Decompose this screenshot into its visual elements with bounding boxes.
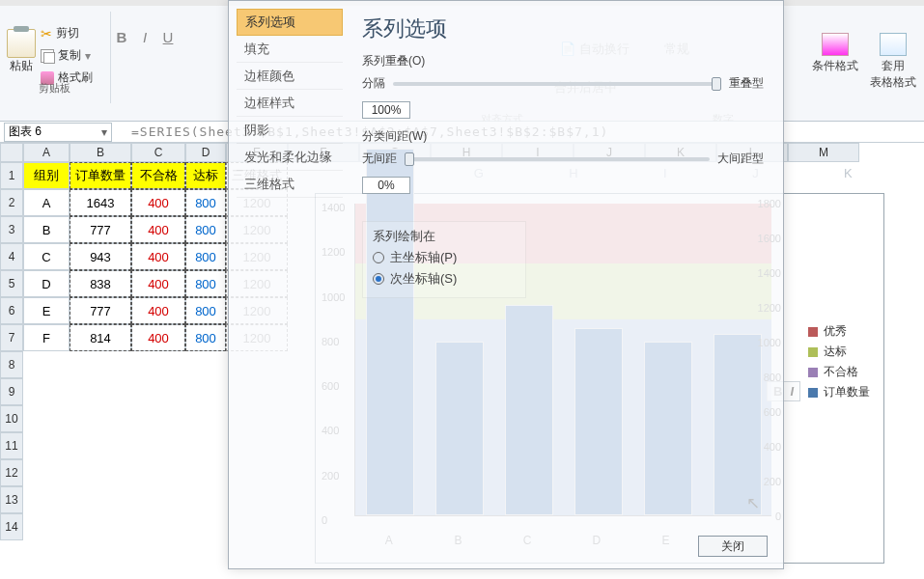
table-header-cell[interactable]: 订单数量 — [70, 162, 131, 189]
select-all-corner[interactable] — [0, 143, 23, 162]
primary-axis-radio[interactable]: 主坐标轴(P) — [373, 249, 516, 266]
table-cell[interactable]: 800 — [185, 270, 226, 297]
table-cell[interactable]: D — [23, 270, 70, 297]
table-cell[interactable]: E — [23, 297, 70, 324]
dialog-title: 系列选项 — [362, 14, 764, 43]
table-cell[interactable]: 800 — [185, 297, 226, 324]
row-header[interactable]: 10 — [0, 405, 23, 432]
legend-item: 不合格 — [808, 364, 870, 380]
row-header[interactable]: 2 — [0, 189, 23, 216]
gap-width-slider[interactable] — [405, 157, 710, 161]
table-cell[interactable]: 814 — [70, 324, 131, 351]
table-cell[interactable]: 777 — [70, 297, 131, 324]
legend-item: 达标 — [808, 344, 870, 360]
scissors-icon: ✂ — [41, 26, 52, 41]
paste-label: 粘贴 — [4, 58, 39, 74]
close-button[interactable]: 关闭 — [698, 536, 768, 557]
series-overlap-label: 系列重叠(O) — [362, 53, 764, 69]
table-cell[interactable]: C — [23, 243, 70, 270]
copy-icon — [41, 49, 54, 63]
column-header[interactable]: C — [131, 143, 185, 162]
legend-item: 优秀 — [808, 323, 870, 340]
bold-button[interactable]: B — [114, 29, 129, 45]
table-cell[interactable]: F — [23, 324, 70, 351]
copy-button[interactable]: 复制▾ — [41, 47, 93, 64]
gap-min-label: 无间距 — [362, 151, 397, 167]
chevron-down-icon: ▾ — [85, 49, 91, 63]
clipboard-group-label: 剪贴板 — [0, 81, 108, 96]
secondary-axis-radio[interactable]: 次坐标轴(S) — [373, 270, 516, 288]
dialog-sidebar-item[interactable]: 边框颜色 — [237, 63, 343, 90]
row-header[interactable]: 7 — [0, 324, 23, 351]
series-overlap-value[interactable]: 100% — [362, 101, 410, 119]
legend-item: 订单数量 — [808, 384, 870, 400]
underline-button[interactable]: U — [160, 29, 176, 45]
table-cell[interactable]: A — [23, 189, 70, 216]
table-cell[interactable]: 838 — [70, 270, 131, 297]
chart-legend: 优秀 达标 不合格 订单数量 — [808, 319, 870, 404]
row-header[interactable]: 14 — [0, 513, 23, 540]
table-cell[interactable]: 400 — [131, 189, 185, 216]
paste-button[interactable]: 粘贴 — [4, 29, 39, 77]
table-header-cell[interactable]: 达标 — [185, 162, 226, 189]
name-box[interactable]: 图表 6 ▾ — [4, 123, 112, 142]
dialog-sidebar-item[interactable]: 填充 — [237, 36, 343, 63]
column-header[interactable]: B — [70, 143, 131, 162]
row-header[interactable]: 12 — [0, 459, 23, 486]
column-header[interactable]: A — [23, 143, 70, 162]
table-cell[interactable]: 400 — [131, 216, 185, 243]
dialog-sidebar-item[interactable]: 发光和柔化边缘 — [237, 144, 343, 171]
row-header[interactable]: 1 — [0, 162, 23, 189]
table-cell[interactable]: 800 — [185, 216, 226, 243]
row-header[interactable]: 11 — [0, 432, 23, 459]
table-cell[interactable]: 400 — [131, 270, 185, 297]
row-header[interactable]: 9 — [0, 378, 23, 405]
table-header-cell[interactable]: 组别 — [23, 162, 70, 189]
table-cell[interactable]: 777 — [70, 216, 131, 243]
gap-width-label: 分类间距(W) — [362, 128, 764, 145]
dialog-sidebar-item[interactable]: 阴影 — [237, 117, 343, 144]
table-format-icon — [880, 33, 907, 56]
row-header[interactable]: 5 — [0, 270, 23, 297]
dialog-sidebar-item[interactable]: 三维格式 — [237, 171, 343, 198]
italic-button[interactable]: I — [137, 29, 153, 45]
table-cell[interactable]: B — [23, 216, 70, 243]
table-cell[interactable]: 400 — [131, 243, 185, 270]
row-header[interactable]: 4 — [0, 243, 23, 270]
overlap-max-label: 重叠型 — [729, 75, 764, 92]
column-header[interactable]: M — [788, 143, 859, 162]
table-cell[interactable]: 1643 — [70, 189, 131, 216]
overlap-min-label: 分隔 — [362, 75, 385, 92]
table-cell[interactable]: 943 — [70, 243, 131, 270]
table-header-cell[interactable]: 不合格 — [131, 162, 185, 189]
cut-button[interactable]: ✂剪切 — [41, 25, 93, 41]
gap-width-value[interactable]: 0% — [362, 177, 410, 194]
cond-format-icon — [822, 33, 849, 56]
row-header[interactable]: 3 — [0, 216, 23, 243]
table-cell[interactable]: 800 — [185, 324, 226, 351]
table-cell[interactable]: 800 — [185, 189, 226, 216]
chevron-down-icon[interactable]: ▾ — [101, 125, 107, 139]
format-data-series-dialog: 系列选项填充边框颜色边框样式阴影发光和柔化边缘三维格式 系列选项 系列重叠(O)… — [228, 0, 784, 569]
mini-italic[interactable]: I — [790, 384, 794, 399]
plot-on-label: 系列绘制在 — [373, 228, 516, 245]
table-format-button[interactable]: 套用 表格格式 — [870, 33, 916, 91]
dialog-sidebar: 系列选项填充边框颜色边框样式阴影发光和柔化边缘三维格式 — [237, 9, 343, 198]
clipboard-icon — [7, 29, 36, 58]
row-header[interactable]: 6 — [0, 297, 23, 324]
table-cell[interactable]: 400 — [131, 297, 185, 324]
table-cell[interactable]: 800 — [185, 243, 226, 270]
conditional-format-button[interactable]: 条件格式 — [812, 33, 858, 74]
row-header[interactable]: 13 — [0, 486, 23, 513]
row-header[interactable]: 8 — [0, 351, 23, 378]
gap-max-label: 大间距型 — [717, 151, 764, 167]
dialog-sidebar-item[interactable]: 系列选项 — [237, 9, 343, 36]
series-overlap-slider[interactable] — [393, 82, 721, 86]
column-header[interactable]: D — [185, 143, 226, 162]
table-cell[interactable]: 400 — [131, 324, 185, 351]
dialog-sidebar-item[interactable]: 边框样式 — [237, 90, 343, 117]
